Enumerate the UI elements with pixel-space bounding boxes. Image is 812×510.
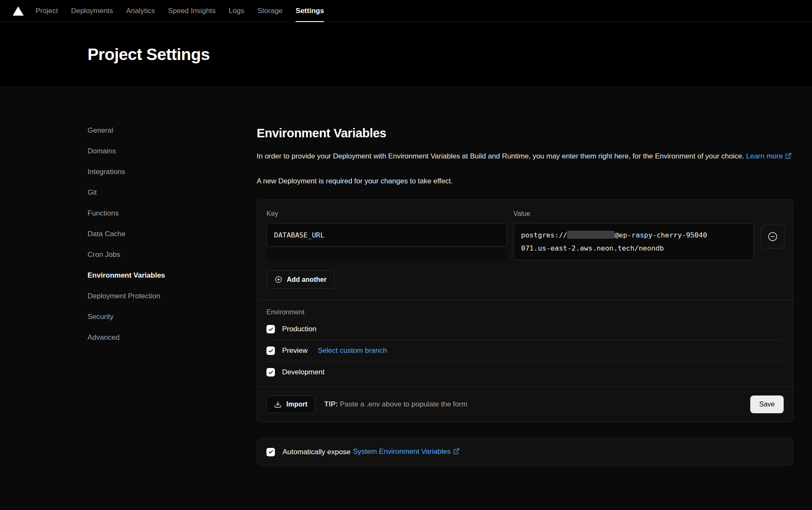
section-description: In order to provide your Deployment with… — [257, 150, 793, 164]
card-footer: Import TIP: Paste a .env above to popula… — [257, 387, 793, 422]
value-label: Value — [513, 210, 754, 218]
key-label: Key — [266, 210, 507, 218]
environment-checkboxes: Environment Production Preview Select cu… — [257, 300, 793, 386]
deployment-note: A new Deployment is required for your ch… — [257, 177, 793, 185]
page-header: Project Settings — [0, 22, 812, 87]
nav-tab-deployments[interactable]: Deployments — [71, 0, 113, 22]
auto-expose-card: Automatically expose System Environment … — [257, 438, 793, 466]
circle-plus-icon — [274, 275, 283, 284]
nav-tab-analytics[interactable]: Analytics — [126, 0, 155, 22]
development-label: Development — [282, 368, 324, 376]
sidebar-item-cron-jobs[interactable]: Cron Jobs — [88, 251, 120, 259]
external-link-icon — [453, 448, 460, 457]
description-text: In order to provide your Deployment with… — [257, 152, 744, 160]
vercel-logo[interactable] — [13, 0, 24, 22]
download-icon — [274, 401, 282, 408]
sidebar-item-security[interactable]: Security — [88, 313, 113, 321]
sidebar-item-general[interactable]: General — [88, 126, 113, 135]
value-line-2: 071.us-east-2.aws.neon.tech/neondb — [521, 242, 746, 255]
system-env-vars-label: System Environment Variables — [353, 447, 451, 455]
auto-expose-text: Automatically expose — [283, 448, 351, 456]
section-title: Environment Variables — [257, 126, 793, 140]
sidebar-item-environment-variables[interactable]: Environment Variables — [88, 271, 165, 280]
key-input-extra-row[interactable] — [266, 248, 507, 260]
select-custom-branch-link[interactable]: Select custom branch — [318, 346, 387, 355]
env-row-development: Development — [266, 362, 784, 383]
nav-tab-storage[interactable]: Storage — [258, 0, 283, 22]
nav-tab-project[interactable]: Project — [36, 0, 58, 22]
system-env-vars-link[interactable]: System Environment Variables — [353, 447, 460, 457]
environment-label: Environment — [266, 308, 784, 316]
key-input[interactable]: DATABASE_URL — [266, 223, 507, 247]
import-tip: TIP: Paste a .env above to populate the … — [324, 400, 467, 409]
external-link-icon — [785, 150, 792, 164]
add-another-label: Add another — [287, 276, 326, 284]
env-row-production: Production — [266, 319, 784, 340]
sidebar-item-advanced[interactable]: Advanced — [88, 333, 120, 342]
learn-more-link[interactable]: Learn more — [746, 152, 792, 160]
env-vars-card: Key DATABASE_URL Value postgres://@ep-ra… — [257, 199, 793, 423]
sidebar-item-domains[interactable]: Domains — [88, 147, 116, 155]
development-checkbox[interactable] — [266, 368, 275, 376]
sidebar-item-git[interactable]: Git — [88, 188, 97, 197]
preview-checkbox[interactable] — [266, 346, 275, 355]
save-button[interactable]: Save — [750, 395, 784, 413]
key-value: DATABASE_URL — [274, 231, 324, 239]
top-navigation: Project Deployments Analytics Speed Insi… — [0, 0, 812, 22]
import-button[interactable]: Import — [266, 395, 315, 413]
env-var-form: Key DATABASE_URL Value postgres://@ep-ra… — [257, 200, 793, 300]
value-line-1: postgres://@ep-raspy-cherry-95040 — [521, 229, 746, 242]
nav-tabs: Project Deployments Analytics Speed Insi… — [36, 0, 324, 22]
nav-tab-settings[interactable]: Settings — [296, 0, 324, 22]
nav-tab-logs[interactable]: Logs — [229, 0, 244, 22]
sidebar-item-functions[interactable]: Functions — [88, 209, 119, 218]
learn-more-label: Learn more — [746, 152, 783, 160]
environment-variables-section: Environment Variables In order to provid… — [257, 126, 793, 510]
production-checkbox[interactable] — [266, 325, 275, 333]
auto-expose-checkbox[interactable] — [266, 448, 275, 456]
env-row-preview: Preview Select custom branch — [266, 340, 784, 362]
vercel-triangle-icon — [13, 6, 24, 16]
sidebar-item-data-cache[interactable]: Data Cache — [88, 230, 126, 238]
redacted-credentials — [567, 231, 614, 239]
settings-sidebar: General Domains Integrations Git Functio… — [88, 126, 257, 510]
nav-tab-speed-insights[interactable]: Speed Insights — [168, 0, 215, 22]
import-label: Import — [286, 401, 307, 408]
remove-row-button[interactable] — [761, 225, 785, 248]
value-input[interactable]: postgres://@ep-raspy-cherry-95040 071.us… — [513, 223, 754, 260]
main-area: General Domains Integrations Git Functio… — [0, 87, 812, 510]
production-label: Production — [282, 325, 316, 333]
add-another-button[interactable]: Add another — [266, 270, 335, 289]
sidebar-item-deployment-protection[interactable]: Deployment Protection — [88, 292, 160, 300]
preview-label: Preview — [282, 346, 307, 355]
sidebar-item-integrations[interactable]: Integrations — [88, 168, 125, 176]
page-title: Project Settings — [88, 45, 210, 64]
circle-minus-icon — [767, 231, 778, 242]
